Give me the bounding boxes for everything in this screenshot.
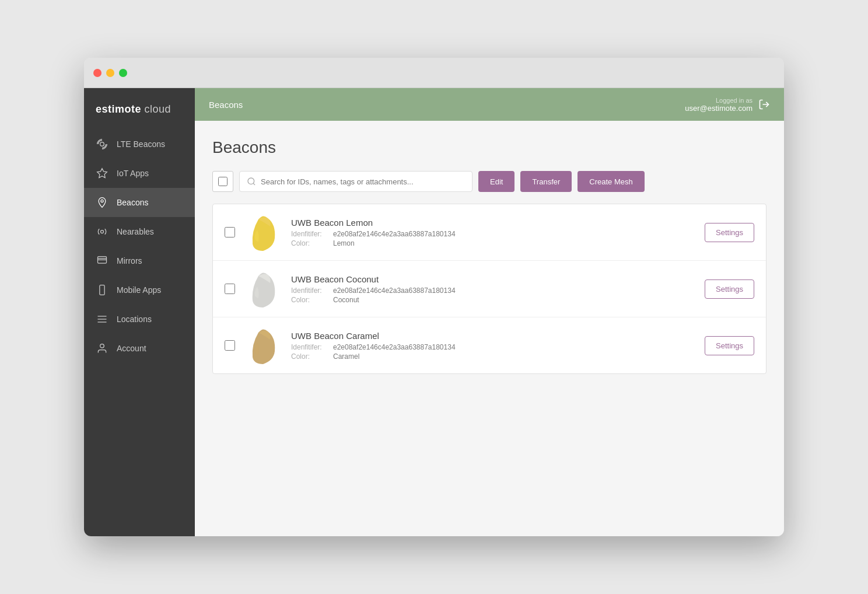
beacon-checkbox-caramel[interactable]: [225, 340, 235, 351]
beacon-image-coconut: [244, 270, 282, 308]
mobile-icon: [96, 284, 108, 296]
detail-row-color-caramel: Color: Caramel: [291, 352, 695, 361]
sidebar-item-label-iot: IoT Apps: [117, 169, 149, 178]
sidebar-nav: LTE Beacons IoT Apps Beacons: [84, 130, 195, 363]
svg-point-0: [100, 142, 104, 146]
table-row: UWB Beacon Coconut Idenfitifer: e2e08af2…: [213, 261, 766, 317]
sidebar-item-locations[interactable]: Locations: [84, 305, 195, 334]
beacon-name-caramel: UWB Beacon Caramel: [291, 331, 695, 341]
beacon-info-lemon: UWB Beacon Lemon Idenfitifer: e2e08af2e1…: [291, 218, 695, 247]
beacon-name-coconut: UWB Beacon Coconut: [291, 274, 695, 284]
logged-in-user: user@estimote.com: [685, 104, 752, 113]
color-value-coconut: Coconut: [333, 296, 359, 304]
beacon-info-coconut: UWB Beacon Coconut Idenfitifer: e2e08af2…: [291, 274, 695, 304]
id-value-lemon: e2e08af2e146c4e2a3aa63887a180134: [333, 230, 456, 238]
settings-button-coconut[interactable]: Settings: [705, 279, 754, 299]
settings-button-lemon[interactable]: Settings: [705, 223, 754, 242]
app-window: estimote cloud LTE Beacons IoT Apps: [84, 58, 784, 536]
detail-row-id-lemon: Idenfitifer: e2e08af2e146c4e2a3aa63887a1…: [291, 230, 695, 238]
beacon-details-lemon: Idenfitifer: e2e08af2e146c4e2a3aa63887a1…: [291, 230, 695, 247]
svg-marker-1: [97, 169, 107, 178]
svg-point-11: [100, 344, 104, 348]
sidebar-item-label-beacons: Beacons: [117, 198, 148, 207]
sidebar-item-mirrors[interactable]: Mirrors: [84, 246, 195, 275]
beacon-image-caramel: [244, 327, 282, 364]
search-box[interactable]: [239, 171, 473, 192]
detail-row-color-coconut: Color: Coconut: [291, 296, 695, 304]
sidebar: estimote cloud LTE Beacons IoT Apps: [84, 88, 195, 536]
beacon-list: UWB Beacon Lemon Idenfitifer: e2e08af2e1…: [212, 204, 766, 374]
sidebar-item-label-account: Account: [117, 344, 146, 353]
page-content: Beacons Edit Transfer Create Mesh: [195, 121, 784, 536]
iot-icon: [96, 167, 108, 180]
locations-icon: [96, 313, 108, 326]
maximize-button[interactable]: [119, 69, 127, 77]
nearables-icon: [96, 225, 108, 238]
svg-point-2: [101, 230, 104, 233]
sidebar-item-nearables[interactable]: Nearables: [84, 217, 195, 246]
beacon-details-coconut: Idenfitifer: e2e08af2e146c4e2a3aa63887a1…: [291, 286, 695, 304]
lte-icon: [96, 138, 108, 151]
color-value-lemon: Lemon: [333, 239, 355, 247]
color-label-coconut: Color:: [291, 296, 333, 304]
sidebar-item-label-locations: Locations: [117, 315, 152, 324]
color-value-caramel: Caramel: [333, 352, 359, 361]
settings-button-caramel[interactable]: Settings: [705, 336, 754, 355]
transfer-button[interactable]: Transfer: [520, 171, 572, 192]
toolbar: Edit Transfer Create Mesh: [212, 171, 766, 192]
svg-point-13: [248, 178, 254, 184]
detail-row-color-lemon: Color: Lemon: [291, 239, 695, 247]
id-value-caramel: e2e08af2e146c4e2a3aa63887a180134: [333, 343, 456, 351]
select-all-checkbox[interactable]: [218, 177, 228, 186]
title-bar: [84, 58, 784, 88]
color-label-caramel: Color:: [291, 352, 333, 361]
sidebar-item-account[interactable]: Account: [84, 334, 195, 363]
detail-row-id-coconut: Idenfitifer: e2e08af2e146c4e2a3aa63887a1…: [291, 286, 695, 295]
close-button[interactable]: [93, 69, 102, 77]
beacon-name-lemon: UWB Beacon Lemon: [291, 218, 695, 228]
select-all-checkbox-container[interactable]: [212, 171, 233, 192]
app-layout: estimote cloud LTE Beacons IoT Apps: [84, 88, 784, 536]
beacon-image-lemon: [244, 214, 282, 251]
sidebar-item-label-nearables: Nearables: [117, 227, 154, 236]
beacon-info-caramel: UWB Beacon Caramel Idenfitifer: e2e08af2…: [291, 331, 695, 361]
sidebar-item-lte-beacons[interactable]: LTE Beacons: [84, 130, 195, 159]
edit-button[interactable]: Edit: [478, 171, 514, 192]
search-icon: [247, 177, 256, 186]
topbar-right: Logged in as user@estimote.com: [685, 97, 770, 113]
mirrors-icon: [96, 254, 108, 267]
minimize-button[interactable]: [106, 69, 114, 77]
id-label-caramel: Idenfitifer:: [291, 343, 333, 351]
main-area: Beacons Logged in as user@estimote.com B…: [195, 88, 784, 536]
topbar-section: Beacons: [209, 100, 243, 110]
sidebar-logo: estimote cloud: [84, 97, 195, 130]
account-icon: [96, 342, 108, 355]
sidebar-item-label-lte: LTE Beacons: [117, 139, 165, 149]
table-row: UWB Beacon Lemon Idenfitifer: e2e08af2e1…: [213, 204, 766, 261]
logged-in-label: Logged in as: [685, 97, 752, 104]
id-label-lemon: Idenfitifer:: [291, 230, 333, 238]
svg-rect-6: [100, 285, 104, 295]
beacon-checkbox-lemon[interactable]: [225, 227, 235, 237]
id-label-coconut: Idenfitifer:: [291, 286, 333, 295]
search-input[interactable]: [261, 177, 465, 186]
topbar-logged-info: Logged in as user@estimote.com: [685, 97, 752, 113]
sidebar-item-label-mirrors: Mirrors: [117, 256, 142, 265]
beacon-icon: [96, 196, 108, 209]
id-value-coconut: e2e08af2e146c4e2a3aa63887a180134: [333, 286, 456, 295]
sidebar-item-beacons[interactable]: Beacons: [84, 188, 195, 217]
beacon-details-caramel: Idenfitifer: e2e08af2e146c4e2a3aa63887a1…: [291, 343, 695, 361]
sidebar-item-mobile-apps[interactable]: Mobile Apps: [84, 275, 195, 305]
page-title: Beacons: [212, 138, 766, 157]
logout-icon[interactable]: [758, 99, 770, 110]
beacon-checkbox-coconut[interactable]: [225, 284, 235, 294]
svg-line-14: [253, 183, 255, 185]
sidebar-item-iot-apps[interactable]: IoT Apps: [84, 159, 195, 188]
table-row: UWB Beacon Caramel Idenfitifer: e2e08af2…: [213, 317, 766, 373]
detail-row-id-caramel: Idenfitifer: e2e08af2e146c4e2a3aa63887a1…: [291, 343, 695, 351]
color-label-lemon: Color:: [291, 239, 333, 247]
window-controls: [93, 69, 127, 77]
create-mesh-button[interactable]: Create Mesh: [578, 171, 644, 192]
topbar: Beacons Logged in as user@estimote.com: [195, 88, 784, 121]
sidebar-item-label-mobile: Mobile Apps: [117, 285, 161, 295]
